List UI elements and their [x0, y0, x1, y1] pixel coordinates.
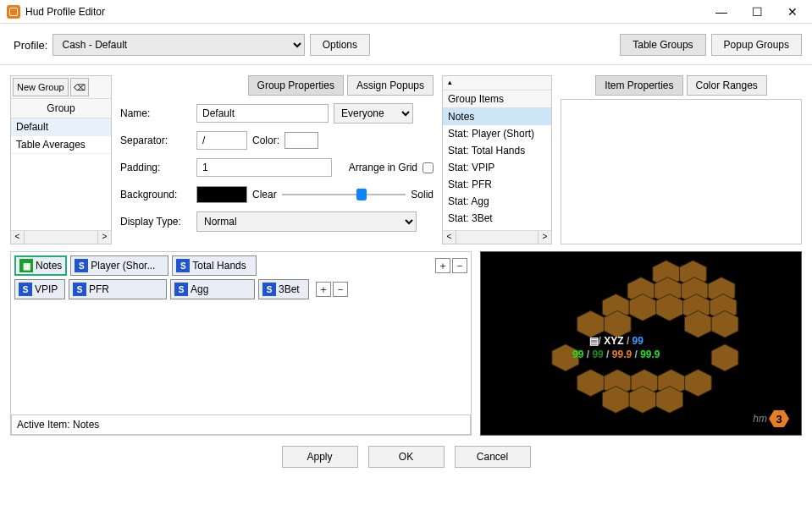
arrange-checkbox[interactable] [423, 162, 434, 173]
stat-icon: S [75, 259, 88, 272]
display-type-label: Display Type: [120, 216, 191, 228]
stat-chip-total-hands[interactable]: STotal Hands [172, 255, 257, 276]
item-row-total-hands[interactable]: Stat: Total Hands [443, 142, 551, 159]
stat-icon: S [262, 283, 276, 296]
item-row-agg[interactable]: Stat: Agg [443, 193, 551, 210]
item-properties-pane [561, 99, 802, 244]
apply-button[interactable]: Apply [282, 446, 358, 468]
brand-hex-icon: 3 [769, 409, 789, 428]
item-row-vpip[interactable]: Stat: VPIP [443, 159, 551, 176]
group-items-panel: ▴ Group Items Notes Stat: Player (Short)… [442, 75, 552, 244]
item-row-pfr[interactable]: Stat: PFR [443, 176, 551, 193]
stat-chip-pfr[interactable]: SPFR [69, 279, 167, 299]
groups-panel: New Group ⌫ Group Default Table Averages… [10, 75, 112, 244]
group-row-table-averages[interactable]: Table Averages [11, 136, 111, 154]
opacity-slider[interactable] [282, 188, 406, 201]
stat-chip-vpip[interactable]: SVPIP [14, 279, 65, 299]
item-row-notes[interactable]: Notes [443, 108, 551, 125]
padding-input[interactable] [196, 158, 332, 177]
scroll-left-icon[interactable]: < [443, 231, 456, 244]
preview-pfr: 99 [592, 349, 603, 360]
padding-label: Padding: [120, 162, 191, 173]
close-button[interactable]: ✕ [775, 1, 810, 23]
separator-label: Separator: [120, 134, 191, 146]
name-label: Name: [120, 107, 191, 119]
row1-remove-button[interactable]: － [452, 258, 467, 273]
cancel-button[interactable]: Cancel [455, 446, 531, 468]
stat-icon: S [174, 283, 188, 296]
stat-icon: S [73, 283, 86, 296]
window-title: Hud Profile Editor [25, 6, 704, 18]
maximize-button[interactable]: ☐ [739, 1, 775, 23]
table-groups-button[interactable]: Table Groups [620, 34, 705, 56]
delete-group-button[interactable]: ⌫ [70, 78, 89, 96]
group-properties-panel: Group Properties Assign Popups Name: Eve… [120, 75, 434, 244]
scope-select[interactable]: Everyone [334, 103, 413, 124]
svg-marker-11 [577, 310, 605, 338]
arrange-label: Arrange in Grid [349, 162, 417, 173]
stat-chip-notes[interactable]: ▦Notes [14, 255, 67, 276]
minimize-button[interactable]: — [704, 1, 739, 23]
stat-chip-agg[interactable]: SAgg [170, 279, 255, 299]
stat-chip-player[interactable]: SPlayer (Shor... [70, 255, 168, 276]
color-label: Color: [252, 134, 279, 146]
group-row-default[interactable]: Default [11, 118, 111, 136]
tab-item-properties[interactable]: Item Properties [595, 75, 682, 96]
profile-bar: Profile: Cash - Default Options Table Gr… [0, 24, 812, 65]
scroll-right-icon[interactable]: > [538, 231, 551, 244]
display-type-select[interactable]: Normal [196, 211, 417, 232]
svg-marker-21 [685, 370, 712, 397]
notes-icon: ▦ [19, 259, 33, 272]
ok-button[interactable]: OK [368, 446, 445, 468]
popup-groups-button[interactable]: Popup Groups [711, 34, 802, 56]
options-button[interactable]: Options [310, 34, 370, 56]
preview-vpip: 99 [572, 349, 583, 360]
preview-agg: 99.9 [612, 349, 632, 360]
svg-marker-17 [577, 370, 605, 397]
profile-label: Profile: [14, 39, 47, 52]
stat-layout-canvas: ▦Notes SPlayer (Shor... STotal Hands ＋－ … [10, 251, 472, 436]
row1-add-button[interactable]: ＋ [435, 258, 450, 273]
item-row-player[interactable]: Stat: Player (Short) [443, 125, 551, 142]
row2-add-button[interactable]: ＋ [316, 282, 331, 297]
dialog-buttons: Apply OK Cancel [10, 436, 802, 468]
stat-row-2: SVPIP SPFR SAgg S3Bet ＋－ [14, 279, 467, 299]
tab-group-properties[interactable]: Group Properties [248, 75, 344, 96]
item-row-3bet[interactable]: Stat: 3Bet [443, 210, 551, 227]
name-input[interactable] [196, 104, 329, 123]
background-swatch[interactable] [196, 186, 247, 203]
stat-chip-3bet[interactable]: S3Bet [258, 279, 309, 299]
active-item-label: Active Item: Notes [11, 414, 471, 435]
app-icon [7, 5, 20, 19]
tab-color-ranges[interactable]: Color Ranges [687, 75, 767, 96]
color-swatch[interactable] [284, 132, 318, 149]
titlebar: Hud Profile Editor — ☐ ✕ [0, 0, 812, 24]
item-details-panel: Item Properties Color Ranges [561, 75, 802, 244]
slider-solid-label: Solid [411, 189, 434, 200]
collapse-up-icon[interactable]: ▴ [443, 76, 456, 90]
hud-overlay: ▤/ XYZ / 99 99 / 99 / 99.9 / 99.9 [572, 335, 660, 361]
new-group-button[interactable]: New Group [13, 78, 69, 96]
scroll-right-icon[interactable]: > [97, 231, 111, 244]
stat-icon: S [19, 283, 32, 296]
group-items-header: Group Items [443, 91, 551, 108]
separator-input[interactable] [196, 131, 247, 150]
items-hscroll[interactable]: < > [443, 230, 551, 244]
scroll-left-icon[interactable]: < [11, 231, 25, 244]
groups-hscroll[interactable]: < > [11, 230, 111, 244]
preview-player: XYZ [604, 335, 623, 347]
groups-header: Group [11, 99, 111, 118]
preview-3bet: 99.9 [640, 349, 660, 360]
tab-assign-popups[interactable]: Assign Popups [347, 75, 434, 96]
notes-marker-icon: ▤ [589, 335, 599, 347]
profile-select[interactable]: Cash - Default [52, 34, 304, 56]
stat-icon: S [176, 259, 190, 272]
slider-clear-label: Clear [252, 189, 277, 200]
stat-row-1: ▦Notes SPlayer (Shor... STotal Hands ＋－ [14, 255, 467, 276]
preview-hands: 99 [632, 335, 644, 347]
row2-remove-button[interactable]: － [333, 282, 348, 297]
background-label: Background: [120, 189, 191, 200]
brand-logo: hm3 [753, 409, 789, 428]
hud-preview: ▤/ XYZ / 99 99 / 99 / 99.9 / 99.9 hm3 [480, 251, 802, 436]
svg-marker-16 [711, 344, 738, 371]
